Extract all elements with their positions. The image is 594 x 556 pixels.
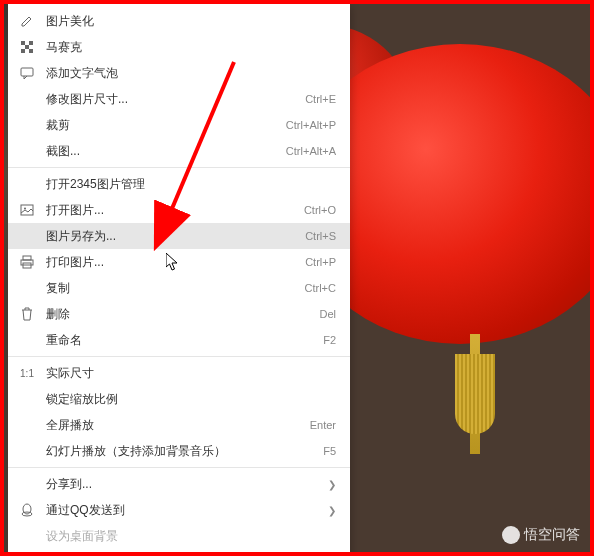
menu-shortcut: Ctrl+O (304, 204, 336, 216)
menu-label: 打开2345图片管理 (46, 176, 336, 193)
watermark-text: 悟空问答 (524, 526, 580, 544)
menu-item[interactable]: 打开2345图片管理 (8, 171, 350, 197)
scale-icon: 1:1 (18, 364, 36, 382)
chevron-right-icon: ❯ (328, 479, 336, 490)
blank-icon (18, 227, 36, 245)
menu-shortcut: Ctrl+S (305, 230, 336, 242)
blank-icon (18, 416, 36, 434)
menu-label: 设为桌面背景 (46, 528, 336, 545)
svg-rect-6 (21, 205, 33, 215)
menu-shortcut: Ctrl+Alt+A (286, 145, 336, 157)
menu-item: 设为桌面背景 (8, 523, 350, 549)
menu-item[interactable]: 图片另存为...Ctrl+S (8, 223, 350, 249)
image-icon (18, 201, 36, 219)
menu-label: 幻灯片播放（支持添加背景音乐） (46, 443, 323, 460)
svg-rect-8 (23, 256, 31, 260)
menu-label: 打印图片... (46, 254, 305, 271)
blank-icon (18, 116, 36, 134)
svg-rect-0 (21, 41, 25, 45)
menu-item[interactable]: 锁定缩放比例 (8, 386, 350, 412)
menu-shortcut: Del (319, 308, 336, 320)
menu-label: 通过QQ发送到 (46, 502, 328, 519)
menu-shortcut: Ctrl+P (305, 256, 336, 268)
menu-label: 打开图片... (46, 202, 304, 219)
print-icon (18, 253, 36, 271)
blank-icon (18, 390, 36, 408)
bubble-icon (18, 64, 36, 82)
menu-item[interactable]: 删除Del (8, 301, 350, 327)
menu-item[interactable]: 使用其他软件打开❯ (8, 549, 350, 556)
menu-label: 实际尺寸 (46, 365, 336, 382)
svg-rect-1 (29, 41, 33, 45)
watermark-icon (502, 526, 520, 544)
blank-icon (18, 142, 36, 160)
svg-point-7 (24, 208, 26, 210)
chevron-right-icon: ❯ (328, 505, 336, 516)
menu-item[interactable]: 全屏播放Enter (8, 412, 350, 438)
watermark: 悟空问答 (502, 526, 580, 544)
menu-label: 重命名 (46, 332, 323, 349)
menu-label: 修改图片尺寸... (46, 91, 305, 108)
blank-icon (18, 442, 36, 460)
menu-item[interactable]: 1:1实际尺寸 (8, 360, 350, 386)
menu-separator (8, 167, 350, 168)
menu-label: 分享到... (46, 476, 328, 493)
menu-label: 锁定缩放比例 (46, 391, 336, 408)
menu-item[interactable]: 打印图片...Ctrl+P (8, 249, 350, 275)
trash-icon (18, 305, 36, 323)
menu-item[interactable]: 图片美化 (8, 8, 350, 34)
menu-label: 删除 (46, 306, 319, 323)
menu-label: 截图... (46, 143, 286, 160)
menu-shortcut: Ctrl+E (305, 93, 336, 105)
svg-rect-2 (25, 45, 29, 49)
svg-rect-4 (29, 49, 33, 53)
blank-icon (18, 90, 36, 108)
menu-shortcut: F2 (323, 334, 336, 346)
blank-icon (18, 527, 36, 545)
blank-icon (18, 475, 36, 493)
menu-label: 裁剪 (46, 117, 286, 134)
menu-item[interactable]: 截图...Ctrl+Alt+A (8, 138, 350, 164)
qq-icon (18, 501, 36, 519)
svg-rect-5 (21, 68, 33, 76)
menu-shortcut: Enter (310, 419, 336, 431)
svg-rect-3 (21, 49, 25, 53)
menu-label: 图片美化 (46, 13, 336, 30)
mosaic-icon (18, 38, 36, 56)
menu-shortcut: Ctrl+C (305, 282, 336, 294)
context-menu: 图片美化马赛克添加文字气泡修改图片尺寸...Ctrl+E裁剪Ctrl+Alt+P… (8, 4, 350, 556)
menu-shortcut: Ctrl+Alt+P (286, 119, 336, 131)
menu-item[interactable]: 复制Ctrl+C (8, 275, 350, 301)
menu-item[interactable]: 分享到...❯ (8, 471, 350, 497)
menu-label: 图片另存为... (46, 228, 305, 245)
menu-label: 马赛克 (46, 39, 336, 56)
menu-separator (8, 356, 350, 357)
menu-item[interactable]: 修改图片尺寸...Ctrl+E (8, 86, 350, 112)
menu-item[interactable]: 幻灯片播放（支持添加背景音乐）F5 (8, 438, 350, 464)
menu-shortcut: F5 (323, 445, 336, 457)
menu-label: 添加文字气泡 (46, 65, 336, 82)
menu-separator (8, 467, 350, 468)
blank-icon (18, 175, 36, 193)
menu-item[interactable]: 重命名F2 (8, 327, 350, 353)
edit-icon (18, 12, 36, 30)
blank-icon (18, 279, 36, 297)
menu-item[interactable]: 添加文字气泡 (8, 60, 350, 86)
menu-item[interactable]: 马赛克 (8, 34, 350, 60)
menu-item[interactable]: 打开图片...Ctrl+O (8, 197, 350, 223)
menu-label: 全屏播放 (46, 417, 310, 434)
menu-item[interactable]: 裁剪Ctrl+Alt+P (8, 112, 350, 138)
blank-icon (18, 331, 36, 349)
menu-item[interactable]: 通过QQ发送到❯ (8, 497, 350, 523)
menu-label: 复制 (46, 280, 305, 297)
